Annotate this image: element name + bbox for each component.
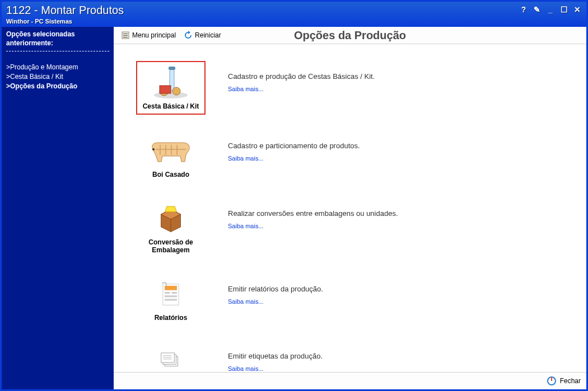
window-subtitle: Winthor - PC Sistemas [6,18,124,25]
option-desc-cesta: Cadastro e produção de Cestas Básicas / … [206,61,575,93]
svg-rect-25 [165,295,177,297]
option-row-cesta: Cesta Básica / Kit Cadastro e produção d… [136,61,575,115]
saiba-link-etiquetas[interactable]: Saiba mais... [228,365,264,372]
sidebar-item-producao[interactable]: >Produção e Montagem [6,63,109,72]
menu-icon [121,31,130,40]
sidebar: Opções selecionadas anteriormente: >Prod… [2,27,114,389]
sidebar-item-cesta[interactable]: >Cesta Básica / Kit [6,72,109,82]
boi-icon [137,133,204,168]
power-icon [547,376,557,386]
body-area: Opções selecionadas anteriormente: >Prod… [2,27,586,389]
svg-rect-1 [123,34,128,34]
option-row-embalagem: Conversão de Embalagem Realizar conversõ… [136,198,575,258]
sidebar-item-opcoes[interactable]: >Opções da Produção [6,82,109,91]
saiba-link-cesta[interactable]: Saiba mais... [228,86,264,92]
content-area: Cesta Básica / Kit Cadastro e produção d… [114,44,586,372]
svg-rect-3 [123,37,128,37]
window-title: 1122 - Montar Produtos [6,4,124,17]
saiba-link-boi[interactable]: Saiba mais... [228,155,264,162]
window-controls: ? ✎ _ ☐ ✕ [519,4,582,14]
cesta-icon [138,64,203,100]
footer-bar: Fechar [114,372,586,389]
relatorios-icon [137,276,204,312]
menu-principal-button[interactable]: Menu principal [117,29,180,41]
option-tile-embalagem[interactable]: Conversão de Embalagem [136,198,206,258]
option-label-boi: Boi Casado [137,171,204,178]
edit-icon[interactable]: ✎ [533,5,542,14]
svg-rect-29 [161,353,174,362]
main-panel: Menu principal Reiniciar Opções da Produ… [114,27,586,389]
option-label-relatorios: Relatórios [137,314,204,322]
option-row-boi: Boi Casado Cadastro e particionamento de… [136,130,575,182]
option-row-relatorios: Relatórios Emitir relatórios da produção… [136,274,575,325]
page-title: Opções da Produção [294,29,406,42]
saiba-link-embalagem[interactable]: Saiba mais... [228,223,264,229]
svg-rect-10 [160,86,171,93]
svg-point-9 [172,87,180,95]
fechar-button[interactable]: Fechar [547,376,581,386]
option-tile-boi[interactable]: Boi Casado [136,130,206,182]
svg-rect-24 [172,291,177,293]
titlebar: 1122 - Montar Produtos Winthor - PC Sist… [2,2,586,27]
desc-text-cesta: Cadastro e produção de Cestas Básicas / … [228,72,570,81]
toolbar: Menu principal Reiniciar Opções da Produ… [114,27,586,44]
maximize-icon[interactable]: ☐ [559,5,568,14]
desc-text-relatorios: Emitir relatórios da produção. [228,285,570,293]
embalagem-icon [137,200,204,236]
svg-rect-2 [123,35,128,36]
svg-rect-26 [165,299,177,300]
app-window: 1122 - Montar Produtos Winthor - PC Sist… [0,0,588,391]
desc-text-boi: Cadastro e particionamento de produtos. [228,142,570,150]
fechar-label: Fechar [560,377,581,385]
option-row-etiquetas: Etiquetas Emitir etiquetas da produção. … [136,341,575,372]
sidebar-header: Opções selecionadas anteriormente: [6,30,109,51]
svg-rect-22 [165,286,177,290]
svg-marker-4 [188,31,190,34]
etiquetas-icon [137,343,204,372]
option-tile-relatorios[interactable]: Relatórios [136,274,206,325]
svg-point-16 [152,148,155,150]
option-label-cesta: Cesta Básica / Kit [138,102,203,110]
reload-icon [184,31,193,40]
option-desc-etiquetas: Emitir etiquetas da produção. Saiba mais… [206,341,575,372]
svg-rect-23 [165,291,170,293]
menu-principal-label: Menu principal [132,31,176,39]
option-desc-boi: Cadastro e particionamento de produtos. … [206,130,575,162]
minimize-icon[interactable]: _ [546,5,555,14]
option-label-embalagem: Conversão de Embalagem [137,238,204,255]
option-desc-relatorios: Emitir relatórios da produção. Saiba mai… [206,274,575,305]
svg-marker-19 [165,206,177,212]
close-icon[interactable]: ✕ [573,5,582,14]
help-icon[interactable]: ? [519,5,528,14]
desc-text-etiquetas: Emitir etiquetas da produção. [228,352,570,360]
reiniciar-button[interactable]: Reiniciar [180,29,225,41]
option-tile-etiquetas[interactable]: Etiquetas [136,341,206,372]
reiniciar-label: Reiniciar [195,31,221,39]
option-tile-cesta[interactable]: Cesta Básica / Kit [136,61,206,115]
option-desc-embalagem: Realizar conversões entre embalagens ou … [206,198,575,230]
saiba-link-relatorios[interactable]: Saiba mais... [228,298,264,305]
titlebar-left: 1122 - Montar Produtos Winthor - PC Sist… [6,4,124,25]
svg-rect-7 [169,67,175,70]
desc-text-embalagem: Realizar conversões entre embalagens ou … [228,209,570,218]
